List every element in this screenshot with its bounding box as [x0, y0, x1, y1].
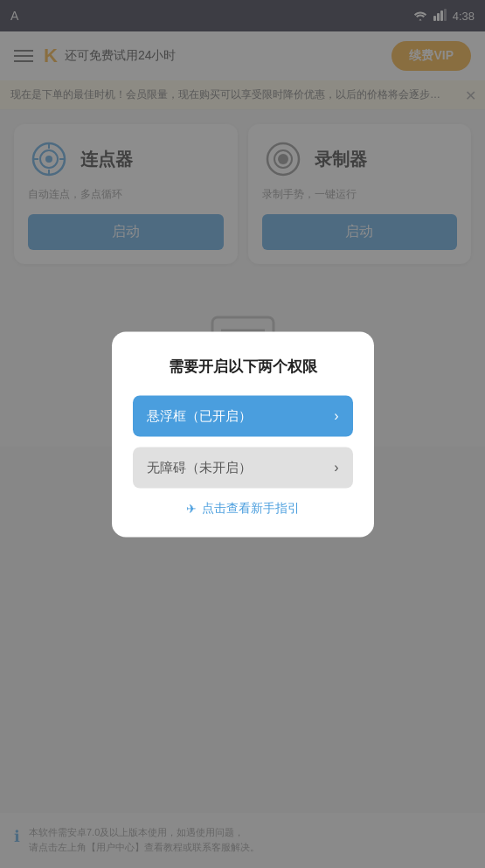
accessibility-permission-button[interactable]: 无障碍（未开启） › — [133, 447, 353, 488]
floating-window-label: 悬浮框（已开启） — [147, 407, 252, 424]
guide-label: 点击查看新手指引 — [202, 500, 300, 516]
chevron-right-icon: › — [334, 408, 338, 424]
permissions-dialog: 需要开启以下两个权限 悬浮框（已开启） › 无障碍（未开启） › ✈ 点击查看新… — [112, 331, 374, 537]
dialog-title: 需要开启以下两个权限 — [133, 356, 353, 376]
telegram-icon: ✈ — [186, 501, 197, 515]
guide-link[interactable]: ✈ 点击查看新手指引 — [133, 500, 353, 516]
floating-window-permission-button[interactable]: 悬浮框（已开启） › — [133, 395, 353, 436]
accessibility-label: 无障碍（未开启） — [147, 459, 252, 476]
chevron-right-icon: › — [334, 460, 338, 476]
